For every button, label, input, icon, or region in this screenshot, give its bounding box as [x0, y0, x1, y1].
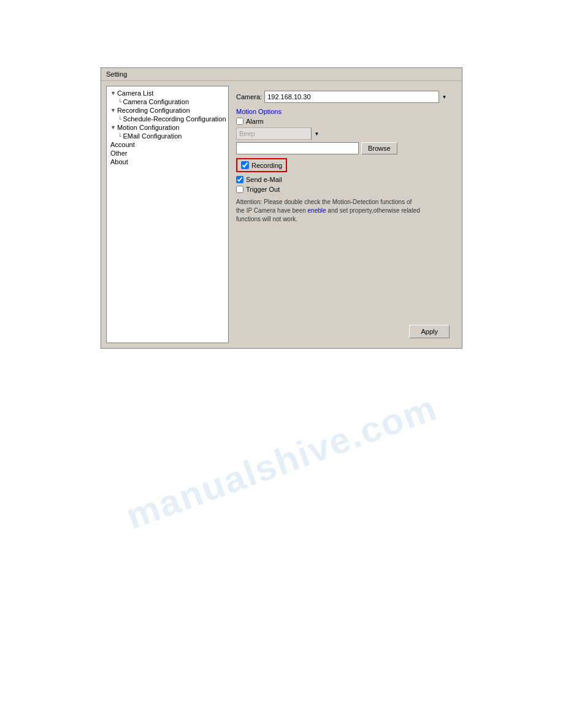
sidebar-item-other[interactable]: Other: [109, 149, 226, 157]
expand-icon: ▼: [110, 107, 116, 113]
filepath-input[interactable]: [236, 142, 359, 154]
dialog-title: Setting: [106, 70, 127, 78]
apply-button[interactable]: Apply: [409, 325, 450, 338]
sidebar-item-label: EMail Configuration: [123, 132, 182, 140]
recording-checkbox[interactable]: [241, 161, 249, 169]
alarm-row: Alarm: [236, 118, 450, 125]
sidebar-item-camera-configuration[interactable]: └ Camera Configuration: [109, 97, 226, 106]
sidebar-item-camera-list[interactable]: ▼ Camera List: [109, 89, 226, 97]
settings-dialog: Setting ▼ Camera List └ Camera Configura…: [101, 67, 462, 349]
sidebar-item-motion-configuration[interactable]: ▼ Motion Configuration: [109, 123, 226, 132]
leaf-icon: └: [118, 116, 121, 122]
sidebar-item-email-configuration[interactable]: └ EMail Configuration: [109, 132, 226, 140]
watermark: manualshive.com: [121, 386, 443, 537]
leaf-icon: └: [118, 99, 121, 105]
alarm-label: Alarm: [246, 118, 264, 125]
recording-box: Recording: [236, 158, 287, 172]
sidebar-item-about[interactable]: About: [109, 157, 226, 166]
sidebar-item-label: Other: [110, 150, 128, 157]
trigger-out-label: Trigger Out: [246, 186, 280, 193]
sidebar-item-account[interactable]: Account: [109, 140, 226, 149]
camera-select[interactable]: 192.168.10.30: [264, 91, 450, 103]
alarm-checkbox[interactable]: [236, 118, 243, 125]
tree-panel: ▼ Camera List └ Camera Configuration ▼ R…: [106, 86, 229, 343]
camera-label: Camera:: [236, 93, 262, 100]
browse-button[interactable]: Browse: [361, 142, 397, 154]
sidebar-item-label: Schedule-Recording Configuration: [123, 115, 226, 123]
trigger-out-checkbox[interactable]: [236, 186, 243, 193]
trigger-out-row: Trigger Out: [236, 186, 450, 193]
recording-label: Recording: [251, 162, 282, 169]
sidebar-item-label: Recording Configuration: [117, 107, 190, 114]
camera-select-wrapper: 192.168.10.30 ▼: [264, 91, 450, 103]
sidebar-item-label: Account: [110, 141, 135, 148]
beep-row: Beep ▼: [236, 127, 450, 140]
send-email-row: Send e-Mail: [236, 176, 450, 183]
section-title: Motion Options: [236, 108, 450, 115]
sidebar-item-label: About: [110, 158, 128, 165]
title-bar: Setting: [101, 68, 462, 81]
apply-row: Apply: [236, 306, 450, 338]
attention-text: Attention: Please double check the Motio…: [236, 198, 420, 224]
beep-select[interactable]: Beep: [236, 127, 322, 140]
send-email-checkbox[interactable]: [236, 176, 243, 183]
motion-options-section: Motion Options Alarm Beep ▼: [236, 108, 450, 224]
sidebar-item-label: Motion Configuration: [117, 124, 180, 131]
sidebar-item-recording-configuration[interactable]: ▼ Recording Configuration: [109, 106, 226, 115]
sidebar-item-label: Camera Configuration: [123, 98, 189, 105]
filepath-row: Browse: [236, 142, 450, 154]
content-panel: Camera: 192.168.10.30 ▼ Motion Options A…: [229, 86, 457, 343]
send-email-label: Send e-Mail: [246, 176, 282, 183]
sidebar-item-label: Camera List: [117, 89, 153, 97]
attention-highlight: eneble: [308, 207, 326, 214]
expand-icon: ▼: [110, 90, 116, 96]
sidebar-item-schedule-recording[interactable]: └ Schedule-Recording Configuration: [109, 115, 226, 123]
expand-icon: ▼: [110, 124, 116, 131]
leaf-icon: └: [118, 133, 121, 139]
beep-select-wrapper: Beep ▼: [236, 127, 322, 140]
recording-highlight-box: Recording: [236, 157, 450, 173]
camera-row: Camera: 192.168.10.30 ▼: [236, 91, 450, 103]
